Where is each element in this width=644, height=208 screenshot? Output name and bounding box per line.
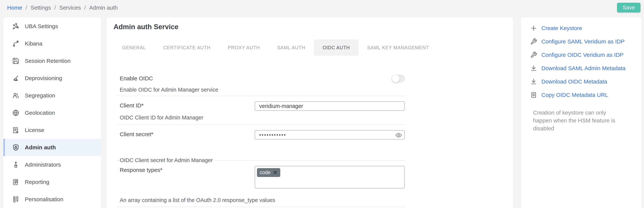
sidebar-item-label: Segregation: [25, 92, 55, 99]
breadcrumb-home[interactable]: Home: [7, 4, 22, 11]
sidebar-item-admin-auth[interactable]: Admin auth: [4, 139, 101, 156]
configure-saml-idp-link[interactable]: Configure SAML Veridium as IDP: [521, 35, 641, 48]
breadcrumb-separator: /: [54, 4, 56, 11]
wrench-icon: [530, 38, 537, 45]
sidebar-item-label: Personalisation: [25, 196, 63, 202]
download-icon: [530, 78, 537, 85]
actions-link-list: Create Keystore Configure SAML Veridium …: [521, 17, 641, 102]
top-bar: Home / Settings / Services / Admin auth …: [0, 0, 644, 17]
actions-panel: Create Keystore Configure SAML Veridium …: [521, 17, 641, 208]
wrench-icon: [530, 51, 537, 58]
download-oidc-metadata-link[interactable]: Download OIDC Metadata: [521, 75, 641, 88]
client-id-input[interactable]: [255, 101, 405, 111]
toggle-knob: [392, 75, 400, 82]
breadcrumb-current-page: Admin auth: [89, 4, 118, 11]
sidebar-item-reporting[interactable]: Reporting: [4, 174, 101, 191]
enable-oidc-label: Enable OIDC: [120, 74, 255, 82]
ruler-pencil-icon: [12, 196, 20, 203]
response-types-help: An array containing a list of the OAuth …: [120, 196, 406, 207]
license-icon: [12, 126, 20, 134]
sidebar-item-geolocation[interactable]: Geolocation: [4, 104, 101, 122]
breadcrumb: Home / Settings / Services / Admin auth: [7, 4, 118, 11]
chip-label: code: [260, 170, 271, 176]
enable-oidc-help: Enable OIDC for Admin Manager service: [120, 86, 255, 94]
link-label: Download OIDC Metadata: [541, 78, 607, 85]
response-types-input[interactable]: code ✕: [255, 166, 405, 188]
tab-saml-key-management[interactable]: SAML KEY MANAGEMENT: [358, 40, 438, 56]
oidc-auth-form: Enable OIDC Enable OIDC for Admin Manage…: [116, 69, 406, 207]
breadcrumb-separator: /: [26, 4, 27, 11]
broom-icon: [12, 74, 20, 82]
person-icon: [12, 161, 20, 168]
copy-oidc-metadata-url-link[interactable]: Copy OIDC Metadata URL: [521, 88, 641, 102]
tab-saml-auth[interactable]: SAML AUTH: [268, 40, 314, 56]
client-id-help: OIDC Client ID for Admin Manager: [120, 114, 255, 121]
sidebar-item-label: UBA Settings: [25, 23, 58, 30]
sidebar-item-label: Deprovisioning: [25, 75, 62, 82]
globe-icon: [12, 109, 20, 116]
client-secret-label: Client secret*: [120, 130, 255, 138]
sidebar-item-personalisation[interactable]: Personalisation: [4, 191, 101, 208]
sidebar-item-segregation[interactable]: Segregation: [4, 87, 101, 104]
settings-sidebar: UBA Settings Kibana Session Retention De…: [4, 17, 101, 208]
tab-proxy-auth[interactable]: PROXY AUTH: [219, 40, 268, 56]
link-label: Create Keystore: [541, 25, 582, 32]
link-label: Configure SAML Veridium as IDP: [541, 38, 624, 45]
download-icon: [530, 65, 537, 72]
link-label: Copy OIDC Metadata URL: [541, 92, 608, 98]
sidebar-item-label: Kibana: [25, 40, 42, 47]
plus-icon: [530, 25, 537, 32]
enable-oidc-toggle[interactable]: [392, 75, 405, 82]
client-id-label: Client ID*: [120, 101, 255, 110]
tab-general[interactable]: GENERAL: [114, 40, 154, 56]
network-icon: [12, 22, 20, 30]
client-secret-input[interactable]: [255, 130, 405, 140]
remove-chip-icon[interactable]: ✕: [273, 170, 278, 175]
sidebar-item-label: Session Retention: [25, 58, 71, 64]
keystore-note: Creation of keystore can only happen whe…: [533, 109, 623, 132]
save-disk-icon: [12, 57, 20, 65]
sidebar-item-deprovisioning[interactable]: Deprovisioning: [4, 70, 101, 87]
breadcrumb-separator: /: [84, 4, 86, 11]
sidebar-item-label: License: [25, 127, 44, 133]
sidebar-item-label: Admin auth: [25, 144, 56, 151]
tab-certificate-auth[interactable]: CERTIFICATE AUTH: [154, 40, 219, 56]
sidebar-item-kibana[interactable]: Kibana: [4, 35, 101, 52]
response-type-chip: code ✕: [257, 168, 280, 177]
auth-tabs: GENERAL CERTIFICATE AUTH PROXY AUTH SAML…: [114, 40, 513, 56]
sidebar-item-session-retention[interactable]: Session Retention: [4, 52, 101, 70]
users-icon: [12, 92, 20, 99]
page-title: Admin auth Service: [107, 17, 513, 31]
eye-icon: [395, 132, 402, 138]
sidebar-item-administrators[interactable]: Administrators: [4, 156, 101, 174]
sidebar-list: UBA Settings Kibana Session Retention De…: [4, 17, 101, 208]
report-icon: [12, 178, 20, 186]
breadcrumb-settings[interactable]: Settings: [30, 4, 51, 11]
save-button[interactable]: Save: [617, 3, 640, 12]
sidebar-item-label: Reporting: [25, 179, 49, 185]
sidebar-item-uba-settings[interactable]: UBA Settings: [4, 18, 101, 35]
breadcrumb-services[interactable]: Services: [59, 4, 81, 11]
client-id-row: Client ID* OIDC Client ID for Admin Mana…: [116, 96, 406, 125]
response-types-row: Response types* code ✕ An array containi…: [116, 160, 406, 207]
show-secret-button[interactable]: [395, 132, 402, 139]
copy-icon: [530, 92, 537, 98]
sidebar-item-label: Administrators: [25, 162, 61, 168]
link-label: Download SAML Admin Metadata: [541, 65, 626, 72]
sidebar-item-label: Geolocation: [25, 110, 55, 116]
enable-oidc-row: Enable OIDC Enable OIDC for Admin Manage…: [116, 69, 406, 96]
configure-oidc-idp-link[interactable]: Configure OIDC Veridium as IDP: [521, 48, 641, 62]
client-secret-row: Client secret* OIDC Client secret for Ad…: [116, 125, 406, 160]
client-secret-help: OIDC Client secret for Admin Manager: [120, 156, 255, 164]
shield-lock-icon: [12, 144, 20, 151]
link-label: Configure OIDC Veridium as IDP: [541, 52, 624, 58]
response-types-label: Response types*: [120, 166, 255, 174]
download-saml-metadata-link[interactable]: Download SAML Admin Metadata: [521, 62, 641, 75]
sidebar-item-license[interactable]: License: [4, 122, 101, 139]
kibana-icon: [12, 40, 20, 48]
admin-auth-service-panel: Admin auth Service GENERAL CERTIFICATE A…: [107, 17, 513, 208]
tab-oidc-auth[interactable]: OIDC AUTH: [314, 40, 358, 56]
create-keystore-link[interactable]: Create Keystore: [521, 22, 641, 35]
